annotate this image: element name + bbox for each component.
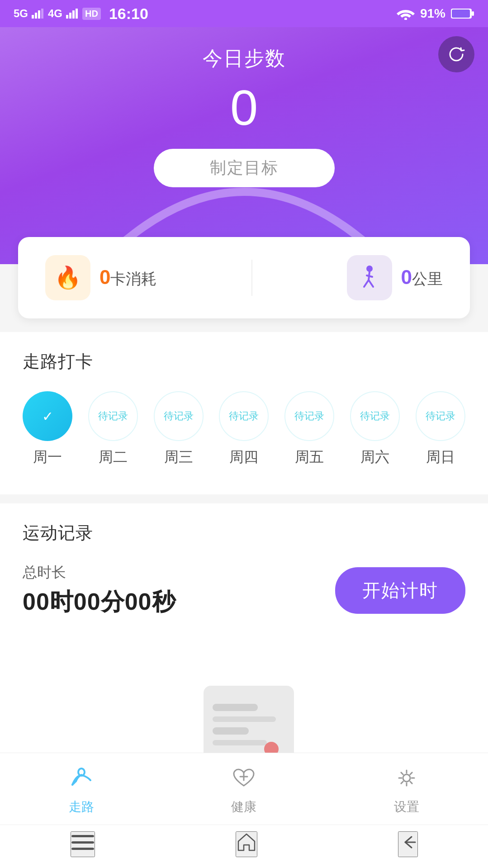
walk-icon bbox=[356, 264, 383, 291]
svg-rect-10 bbox=[472, 11, 474, 16]
distance-value: 0 bbox=[401, 266, 412, 288]
battery-percent: 91% bbox=[420, 6, 445, 21]
calories-unit: 卡消耗 bbox=[110, 270, 156, 287]
svg-rect-26 bbox=[213, 727, 249, 735]
nav-tab-walk[interactable]: 走路 bbox=[50, 762, 113, 820]
stat-divider bbox=[251, 260, 252, 296]
checkin-circle-thu: 待记录 bbox=[219, 391, 269, 441]
svg-line-16 bbox=[367, 275, 372, 277]
distance-unit: 公里 bbox=[412, 270, 443, 287]
checkin-section: 走路打卡 ✓ 周一 待记录 周二 待记录 周三 待记录 周四 bbox=[0, 332, 488, 494]
total-label: 总时长 bbox=[23, 563, 176, 583]
day-label-thu: 周四 bbox=[229, 447, 258, 467]
checkin-day-wed[interactable]: 待记录 周三 bbox=[154, 391, 204, 467]
hero-section: 今日步数 0 制定目标 bbox=[0, 27, 488, 264]
status-battery: 91% bbox=[397, 6, 474, 21]
checkin-day-tue[interactable]: 待记录 周二 bbox=[88, 391, 138, 467]
home-button[interactable] bbox=[236, 831, 257, 857]
total-time: 00时00分00秒 bbox=[23, 586, 176, 618]
battery-icon bbox=[451, 8, 474, 19]
svg-rect-6 bbox=[72, 10, 75, 19]
pending-label-thu: 待记录 bbox=[229, 409, 259, 423]
day-label-sun: 周日 bbox=[426, 447, 455, 467]
refresh-button[interactable] bbox=[438, 36, 474, 72]
pending-label-sun: 待记录 bbox=[426, 409, 455, 423]
svg-rect-0 bbox=[32, 15, 34, 19]
fire-icon: 🔥 bbox=[54, 265, 81, 290]
status-bar: 5G 4G HD 16:10 91% bbox=[0, 0, 488, 27]
svg-rect-1 bbox=[35, 13, 37, 19]
checkin-title: 走路打卡 bbox=[23, 350, 465, 373]
checkin-days-row: ✓ 周一 待记录 周二 待记录 周三 待记录 周四 待记录 周 bbox=[23, 391, 465, 467]
svg-rect-3 bbox=[41, 9, 43, 19]
settings-tab-icon bbox=[393, 767, 420, 795]
system-nav bbox=[0, 825, 488, 868]
checkmark-icon: ✓ bbox=[42, 408, 53, 424]
bottom-nav: 走路 健康 设置 bbox=[0, 753, 488, 868]
checkin-circle-sun: 待记录 bbox=[416, 391, 465, 441]
calories-value-group: 0卡消耗 bbox=[99, 266, 156, 289]
distance-value-group: 0公里 bbox=[401, 266, 443, 289]
calories-value: 0 bbox=[99, 266, 110, 288]
svg-rect-5 bbox=[69, 13, 71, 19]
settings-tab-label: 设置 bbox=[394, 798, 419, 816]
nav-tab-settings[interactable]: 设置 bbox=[375, 762, 438, 820]
svg-point-8 bbox=[404, 18, 407, 20]
calories-stat: 🔥 0卡消耗 bbox=[45, 255, 156, 300]
4g-label: 4G bbox=[48, 7, 62, 20]
svg-rect-24 bbox=[213, 704, 258, 711]
menu-button[interactable] bbox=[71, 831, 95, 857]
day-label-wed: 周三 bbox=[164, 447, 193, 467]
nav-tab-health[interactable]: 健康 bbox=[212, 762, 275, 820]
svg-rect-27 bbox=[213, 740, 267, 745]
checkin-circle-mon: ✓ bbox=[23, 391, 72, 441]
svg-rect-11 bbox=[452, 9, 470, 18]
wifi-icon bbox=[397, 7, 415, 20]
stats-card: 🔥 0卡消耗 0公里 bbox=[18, 237, 470, 318]
status-network: 5G 4G HD 16:10 bbox=[14, 5, 148, 23]
signal-icon-2 bbox=[66, 9, 79, 19]
health-tab-icon bbox=[230, 767, 257, 795]
checkin-day-fri[interactable]: 待记录 周五 bbox=[284, 391, 334, 467]
svg-rect-2 bbox=[38, 10, 40, 19]
svg-point-12 bbox=[366, 266, 373, 272]
svg-line-15 bbox=[369, 280, 373, 287]
health-tab-label: 健康 bbox=[231, 798, 256, 816]
checkin-day-sun[interactable]: 待记录 周日 bbox=[416, 391, 465, 467]
checkin-circle-sat: 待记录 bbox=[350, 391, 400, 441]
svg-line-14 bbox=[364, 280, 369, 287]
checkin-circle-tue: 待记录 bbox=[88, 391, 138, 441]
nav-tabs: 走路 健康 设置 bbox=[0, 753, 488, 825]
checkin-day-thu[interactable]: 待记录 周四 bbox=[219, 391, 269, 467]
pending-label-tue: 待记录 bbox=[98, 409, 128, 423]
checkin-circle-wed: 待记录 bbox=[154, 391, 204, 441]
back-button[interactable] bbox=[398, 831, 418, 857]
start-timer-button[interactable]: 开始计时 bbox=[335, 567, 465, 614]
svg-rect-39 bbox=[71, 841, 94, 844]
exercise-header: 总时长 00时00分00秒 开始计时 bbox=[23, 563, 465, 618]
total-time-group: 总时长 00时00分00秒 bbox=[23, 563, 176, 618]
svg-rect-7 bbox=[76, 9, 78, 19]
checkin-circle-fri: 待记录 bbox=[284, 391, 334, 441]
5g-label: 5G bbox=[14, 7, 28, 20]
day-label-tue: 周二 bbox=[99, 447, 128, 467]
pending-label-sat: 待记录 bbox=[360, 409, 390, 423]
checkin-day-mon[interactable]: ✓ 周一 bbox=[23, 391, 72, 467]
svg-rect-40 bbox=[71, 848, 94, 850]
time-label: 16:10 bbox=[109, 5, 148, 23]
svg-rect-25 bbox=[213, 716, 276, 722]
pending-label-fri: 待记录 bbox=[294, 409, 324, 423]
svg-point-37 bbox=[403, 774, 410, 782]
fire-icon-bg: 🔥 bbox=[45, 255, 90, 300]
exercise-title: 运动记录 bbox=[23, 522, 465, 545]
svg-rect-4 bbox=[66, 15, 68, 19]
walk-tab-label: 走路 bbox=[69, 798, 94, 816]
walk-tab-icon bbox=[68, 767, 95, 795]
distance-stat: 0公里 bbox=[347, 255, 443, 300]
checkin-day-sat[interactable]: 待记录 周六 bbox=[350, 391, 400, 467]
pending-label-wed: 待记录 bbox=[164, 409, 194, 423]
day-label-mon: 周一 bbox=[33, 447, 62, 467]
svg-rect-38 bbox=[71, 835, 94, 837]
hd-label: HD bbox=[82, 8, 101, 20]
day-label-sat: 周六 bbox=[360, 447, 389, 467]
